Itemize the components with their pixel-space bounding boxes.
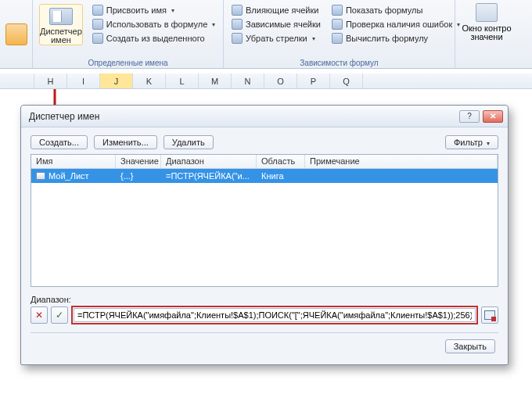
range-label: Диапазон: [31, 295, 498, 304]
create-from-selection-button[interactable]: Создать из выделенного [89, 32, 219, 45]
row-name: Мой_Лист [49, 171, 89, 181]
column-header[interactable]: N [232, 73, 264, 88]
col-refersto-header[interactable]: Диапазон [161, 155, 257, 168]
col-name-header[interactable]: Имя [31, 155, 116, 168]
edit-button[interactable]: Изменить... [94, 135, 157, 149]
error-checking-button[interactable]: Проверка наличия ошибок ▾ [329, 18, 463, 30]
range-input[interactable] [74, 308, 476, 322]
help-button[interactable]: ? [459, 110, 480, 123]
dropdown-arrow-icon: ▾ [212, 21, 215, 28]
trace-precedents-icon [232, 5, 243, 16]
accept-edit-button[interactable]: ✓ [51, 306, 68, 324]
column-header[interactable]: H [34, 73, 67, 88]
dropdown-arrow-icon: ▾ [312, 35, 315, 42]
cancel-edit-button[interactable]: ✕ [31, 306, 48, 324]
close-button[interactable]: ✕ [483, 110, 503, 123]
evaluate-formula-icon [332, 33, 343, 44]
use-in-formula-button[interactable]: Использовать в формуле ▾ [89, 18, 219, 30]
remove-arrows-label: Убрать стрелки [246, 34, 307, 43]
formula-auditing-group-title: Зависимости формул [224, 59, 455, 67]
col-comment-header[interactable]: Примечание [305, 155, 498, 168]
defined-names-group-title: Определенные имена [33, 59, 223, 67]
trace-dependents-icon [232, 19, 243, 30]
name-manager-dialog: Диспетчер имен ? ✕ Создать... Изменить..… [20, 105, 509, 365]
column-header[interactable]: O [264, 73, 297, 88]
collapse-dialog-button[interactable] [481, 306, 498, 324]
show-formulas-label: Показать формулы [346, 5, 422, 15]
column-headers: H I J K L M N O P Q [0, 73, 532, 89]
name-manager-icon [49, 8, 73, 25]
use-in-formula-icon [92, 19, 103, 30]
col-scope-header[interactable]: Область [257, 155, 305, 168]
new-button[interactable]: Создать... [31, 135, 88, 149]
show-formulas-icon [332, 5, 343, 16]
column-header[interactable]: Q [330, 73, 363, 88]
define-name-label: Присвоить имя [106, 5, 167, 15]
filter-button[interactable]: Фильтр ▾ [445, 135, 498, 149]
dialog-title: Диспетчер имен [29, 111, 99, 122]
error-checking-label: Проверка наличия ошибок [346, 20, 452, 29]
watch-window-label: Окно контро значени [462, 24, 511, 41]
dropdown-arrow-icon: ▾ [171, 7, 174, 14]
create-from-selection-label: Создать из выделенного [106, 34, 205, 43]
define-name-button[interactable]: Присвоить имя ▾ [89, 4, 219, 16]
col-value-header[interactable]: Значение [116, 155, 161, 168]
column-header[interactable]: P [297, 73, 330, 88]
defined-name-icon [36, 172, 45, 180]
insert-function-icon[interactable] [5, 23, 27, 45]
evaluate-formula-button[interactable]: Вычислить формулу [329, 32, 463, 45]
names-list[interactable]: Имя Значение Диапазон Область Примечание… [31, 154, 498, 287]
trace-precedents-label: Влияющие ячейки [246, 5, 318, 15]
remove-arrows-button[interactable]: Убрать стрелки ▾ [228, 32, 324, 45]
column-header[interactable]: M [199, 73, 232, 88]
column-header[interactable]: J [100, 73, 133, 88]
error-checking-icon [332, 19, 343, 30]
remove-arrows-icon [232, 33, 243, 44]
range-input-highlight [71, 306, 478, 324]
trace-precedents-button[interactable]: Влияющие ячейки [228, 4, 324, 16]
delete-button[interactable]: Удалить [164, 135, 214, 149]
row-scope: Книга [257, 171, 305, 181]
use-in-formula-label: Использовать в формуле [106, 20, 208, 29]
row-refersto: =ПСТР(ЯЧЕЙКА("и... [161, 171, 257, 181]
row-value: {...} [116, 171, 161, 181]
close-dialog-button[interactable]: Закрыть [445, 339, 495, 353]
column-header[interactable]: L [166, 73, 199, 88]
trace-dependents-label: Зависимые ячейки [246, 20, 321, 29]
name-manager-button[interactable]: Диспетчер имен [39, 4, 83, 45]
column-header[interactable]: I [67, 73, 100, 88]
column-header[interactable]: K [133, 73, 166, 88]
filter-button-label: Фильтр [454, 138, 483, 147]
create-from-selection-icon [92, 33, 103, 44]
show-formulas-button[interactable]: Показать формулы [329, 4, 463, 16]
evaluate-formula-label: Вычислить формулу [346, 34, 428, 43]
list-row[interactable]: Мой_Лист {...} =ПСТР(ЯЧЕЙКА("и... Книга [31, 169, 498, 183]
name-manager-label: Диспетчер имен [40, 27, 82, 45]
define-name-icon [92, 5, 103, 16]
watch-window-icon[interactable] [476, 3, 498, 22]
trace-dependents-button[interactable]: Зависимые ячейки [228, 18, 324, 30]
dropdown-arrow-icon: ▾ [487, 140, 490, 147]
